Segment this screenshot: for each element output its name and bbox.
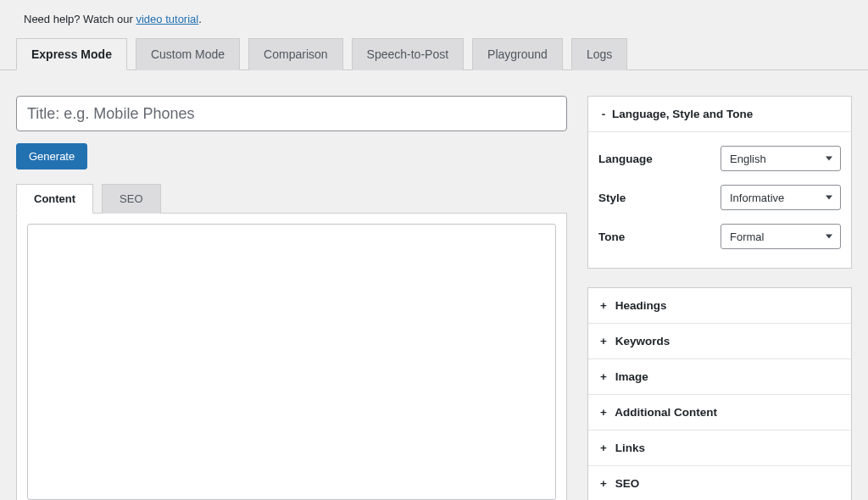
panel-collapsed-group: + Headings + Keywords + Image + Addition… [587,287,852,500]
panel-title-label: Keywords [615,335,670,347]
panel-header-headings[interactable]: + Headings [588,288,851,323]
collapse-icon: - [598,108,609,120]
select-language[interactable]: English [721,146,841,171]
select-wrap-style: Informative [721,185,841,210]
panel-header-additional-content[interactable]: + Additional Content [588,394,851,430]
panel-title-label: Headings [615,299,667,312]
sub-tab-content[interactable]: Content [16,184,93,214]
panel-language-style-tone: - Language, Style and Tone Language Engl… [587,96,852,269]
right-column: - Language, Style and Tone Language Engl… [587,96,852,500]
left-column: Generate Content SEO [16,96,567,500]
panel-title-label: Image [615,370,648,383]
panel-title-label: SEO [615,477,640,490]
panel-header-seo[interactable]: + SEO [588,465,851,500]
tab-express-mode[interactable]: Express Mode [16,38,127,70]
row-tone: Tone Formal [598,217,841,256]
panel-body-language-style-tone: Language English Style Informative [588,131,851,268]
label-language: Language [598,153,653,165]
tab-speech-to-post[interactable]: Speech-to-Post [352,38,465,70]
video-tutorial-link[interactable]: video tutorial [136,13,198,25]
editor-box[interactable] [27,224,556,500]
help-prefix: Need help? Watch our [24,13,136,25]
generate-button[interactable]: Generate [16,143,87,169]
help-text: Need help? Watch our video tutorial. [0,0,868,37]
panel-header-language-style-tone[interactable]: - Language, Style and Tone [588,97,851,131]
expand-icon: + [598,477,609,490]
panel-title-label: Links [615,442,645,454]
row-language: Language English [598,139,841,178]
select-wrap-tone: Formal [721,224,841,249]
label-style: Style [598,192,626,204]
panel-title-label: Additional Content [615,406,717,419]
tab-logs[interactable]: Logs [571,38,627,70]
title-input[interactable] [16,96,567,131]
expand-icon: + [598,299,609,312]
expand-icon: + [598,442,609,454]
label-tone: Tone [598,231,625,243]
expand-icon: + [598,406,609,419]
row-style: Style Informative [598,178,841,217]
tab-playground[interactable]: Playground [472,38,563,70]
tab-comparison[interactable]: Comparison [248,38,342,70]
expand-icon: + [598,335,609,347]
tab-custom-mode[interactable]: Custom Mode [136,38,240,70]
select-style[interactable]: Informative [721,185,841,210]
select-tone[interactable]: Formal [721,224,841,249]
sub-tab-seo[interactable]: SEO [102,184,160,214]
panel-header-keywords[interactable]: + Keywords [588,323,851,358]
content-area [16,214,567,500]
main-layout: Generate Content SEO - Language, Style a… [0,70,868,500]
panel-header-image[interactable]: + Image [588,358,851,394]
main-tab-bar: Express Mode Custom Mode Comparison Spee… [0,37,868,70]
panel-title-label: Language, Style and Tone [612,108,753,120]
expand-icon: + [598,370,609,383]
panel-header-links[interactable]: + Links [588,430,851,465]
sub-tab-bar: Content SEO [16,183,567,214]
select-wrap-language: English [721,146,841,171]
help-suffix: . [198,13,202,25]
